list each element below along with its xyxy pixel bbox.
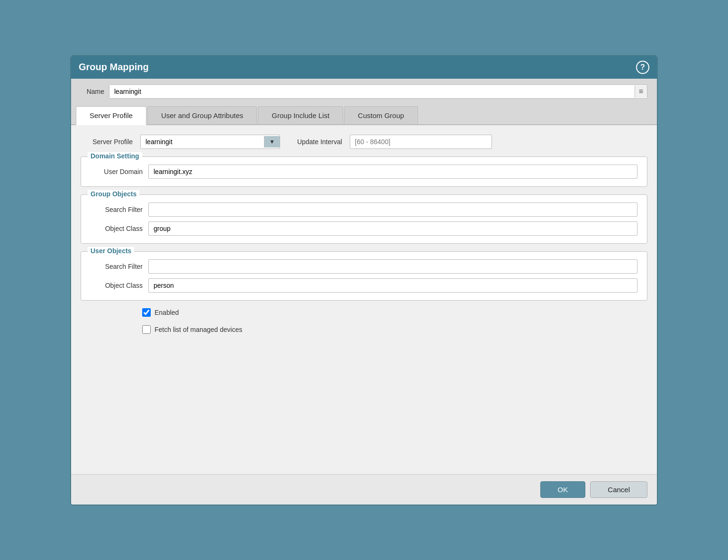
server-profile-select-wrap: ▼ (140, 135, 280, 149)
group-objects-section: Group Objects Search Filter Object Class (81, 194, 647, 244)
group-objects-legend: Group Objects (88, 190, 139, 198)
user-objects-legend: User Objects (88, 247, 134, 255)
group-search-filter-input[interactable] (148, 202, 637, 217)
server-profile-row: Server Profile ▼ Update Interval (81, 135, 647, 149)
ok-button[interactable]: OK (540, 481, 586, 498)
user-domain-input[interactable] (148, 165, 637, 179)
checkboxes-area: Enabled Fetch list of managed devices (81, 308, 647, 339)
fetch-devices-checkbox[interactable] (142, 325, 151, 334)
tab-group-include-list[interactable]: Group Include List (258, 106, 343, 124)
tab-custom-group[interactable]: Custom Group (344, 106, 418, 124)
update-interval-label: Update Interval (297, 138, 342, 146)
domain-setting-legend: Domain Setting (88, 152, 142, 160)
content-area: Server Profile ▼ Update Interval Domain … (71, 125, 657, 474)
group-object-class-row: Object Class (91, 221, 637, 236)
server-profile-dropdown-btn[interactable]: ▼ (264, 136, 280, 147)
tabs-bar: Server Profile User and Group Attributes… (71, 104, 657, 125)
user-search-filter-row: Search Filter (91, 259, 637, 274)
footer: OK Cancel (71, 474, 657, 505)
group-object-class-input[interactable] (148, 221, 637, 236)
name-book-icon[interactable]: ≡ (635, 85, 647, 98)
group-object-class-label: Object Class (91, 225, 143, 232)
group-search-filter-label: Search Filter (91, 206, 143, 213)
user-domain-label: User Domain (91, 168, 143, 175)
tab-user-group-attrs[interactable]: User and Group Attributes (147, 106, 257, 124)
user-objects-section: User Objects Search Filter Object Class (81, 251, 647, 301)
group-mapping-dialog: Group Mapping ? Name ≡ Server Profile Us… (70, 55, 658, 505)
group-search-filter-row: Search Filter (91, 202, 637, 217)
help-icon[interactable]: ? (636, 61, 649, 74)
user-domain-row: User Domain (91, 165, 637, 179)
server-profile-label: Server Profile (81, 138, 133, 146)
title-bar: Group Mapping ? (71, 56, 657, 79)
user-object-class-label: Object Class (91, 282, 143, 289)
name-label: Name (81, 88, 104, 95)
name-input[interactable] (109, 85, 635, 98)
user-object-class-input[interactable] (148, 278, 637, 293)
enabled-checkbox[interactable] (142, 308, 151, 317)
update-interval-input[interactable] (350, 135, 492, 149)
name-input-wrap: ≡ (109, 84, 647, 99)
fetch-devices-checkbox-row: Fetch list of managed devices (142, 325, 647, 334)
name-row: Name ≡ (71, 79, 657, 104)
user-object-class-row: Object Class (91, 278, 637, 293)
domain-setting-section: Domain Setting User Domain (81, 156, 647, 187)
server-profile-select[interactable] (141, 135, 264, 148)
dialog-title: Group Mapping (79, 62, 149, 73)
enabled-label: Enabled (155, 309, 179, 316)
tab-server-profile[interactable]: Server Profile (76, 106, 146, 125)
enabled-checkbox-row: Enabled (142, 308, 647, 317)
user-search-filter-label: Search Filter (91, 263, 143, 270)
fetch-devices-label: Fetch list of managed devices (155, 326, 242, 333)
cancel-button[interactable]: Cancel (590, 481, 647, 498)
user-search-filter-input[interactable] (148, 259, 637, 274)
